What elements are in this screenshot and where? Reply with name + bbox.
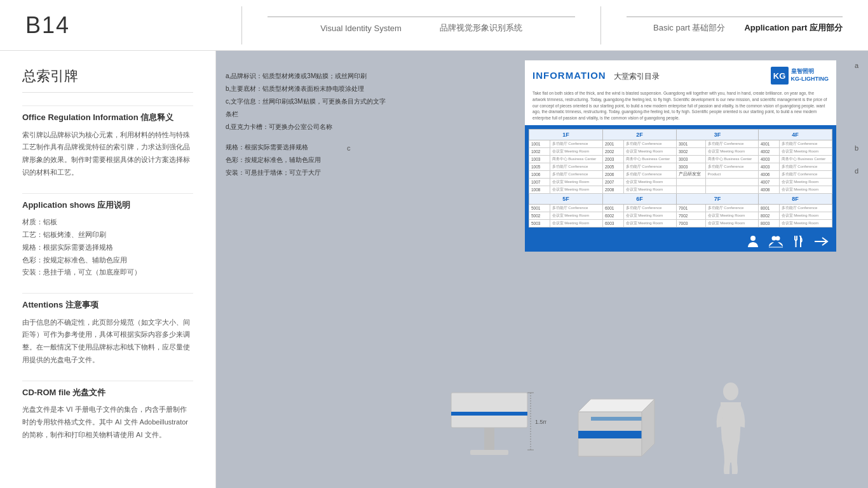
- table-cell-type: 多功能厅 Conference: [623, 204, 676, 212]
- table-cell-type: 会议室 Meeting Room: [779, 178, 832, 186]
- info-panel-header: INFORMATION 大堂索引目录 KG 皇智照明KG-LIGHTING: [525, 60, 836, 88]
- info-panel-footer: [525, 231, 836, 252]
- section-block-1: Office Regulation Information 信息释义 索引牌以品…: [22, 105, 193, 179]
- table-cell-type: 多功能厅 Conference: [550, 140, 602, 147]
- table-cell-num: 3003: [676, 163, 705, 170]
- header-right: Basic part 基础部分 Application part 应用部分: [601, 17, 843, 34]
- floor-header-6f: 6F: [602, 193, 676, 204]
- table-cell-type: [705, 178, 758, 186]
- table-cell-num: 2008: [602, 186, 623, 193]
- label-d: d: [855, 167, 858, 175]
- table-cell-type: 会议室 Meeting Room: [623, 186, 676, 193]
- right-panel: a,品牌标识：铝质型材烤漆或3M贴膜；或丝网印刷 b,主要底材：铝质型材烤漆表面…: [216, 51, 868, 488]
- arrow-right-icon: [815, 236, 829, 247]
- section-body-3: 由于信息的不确定性，此页部分规范（如文字大小、间距等）可作为参考使用，具体可根据…: [22, 316, 193, 367]
- info-panel-desc: Take flat on both sides of the thick, an…: [525, 88, 836, 125]
- table-cell-num: 5003: [529, 219, 550, 227]
- annotation-b: b,主要底材：铝质型材烤漆表面粉末静电喷涂处理: [226, 83, 391, 95]
- table-cell-num: 6003: [602, 219, 623, 227]
- isometric-diagram: [566, 386, 693, 475]
- annotation-a: a,品牌标识：铝质型材烤漆或3M贴膜；或丝网印刷: [226, 70, 391, 83]
- section-body-2: 材质：铝板 工艺：铝板烤漆、丝网印刷 规格：根据实际需要选择规格 色彩：按规定标…: [22, 216, 193, 279]
- floor-header-8f: 8F: [758, 193, 832, 204]
- table-cell-num: 3001: [676, 140, 705, 147]
- table-cell-num: 2007: [602, 178, 623, 186]
- header-right-divider: [627, 17, 843, 17]
- table-cell-num: 1001: [529, 140, 550, 147]
- table-cell-type: 商务中心 Business Center: [550, 155, 602, 163]
- header-left: B14: [25, 12, 241, 39]
- svg-rect-10: [484, 424, 494, 450]
- kg-logo-text: 皇智照明KG-LIGHTING: [791, 68, 829, 83]
- svg-marker-20: [578, 431, 642, 438]
- table-cell-type: 会议室 Meeting Room: [779, 186, 832, 193]
- svg-text:1.5m: 1.5m: [535, 419, 546, 425]
- table-cell-type: 多功能厅 Conference: [705, 163, 758, 170]
- svg-rect-12: [451, 412, 527, 416]
- table-cell-type: 多功能厅 Conference: [623, 163, 676, 170]
- floor-header-5f: 5F: [529, 193, 603, 204]
- floor-header-2f: 2F: [602, 129, 676, 140]
- table-cell-type: 多功能厅 Conference: [550, 170, 602, 178]
- table-cell-type: Product: [705, 170, 758, 178]
- table-cell-type: 商务中心 Business Center: [705, 155, 758, 163]
- basic-part-label: Basic part 基础部分: [653, 22, 725, 34]
- diagram-area: 1.5m: [432, 374, 750, 475]
- table-cell-type: 多功能厅 Conference: [623, 140, 676, 147]
- color-line: 色彩：按规定标准色，辅助色应用: [226, 154, 391, 166]
- table-cell-type: 会议室 Meeting Room: [705, 212, 758, 219]
- left-annotations: a,品牌标识：铝质型材烤漆或3M贴膜；或丝网印刷 b,主要底材：铝质型材烤漆表面…: [226, 70, 391, 179]
- table-cell-num: 2003: [602, 155, 623, 163]
- person-group-icon: [769, 235, 783, 248]
- table-cell-num: 4003: [758, 155, 779, 163]
- table-cell-num: 4008: [758, 186, 779, 193]
- table-cell-num: 1008: [529, 186, 550, 193]
- table-cell-type: 多功能厅 Conference: [779, 163, 832, 170]
- header-center: Visual Identity System 品牌视觉形象识别系统: [241, 6, 601, 44]
- table-cell-num: [676, 186, 705, 193]
- svg-point-1: [772, 236, 776, 240]
- table-cell-type: 会议室 Meeting Room: [779, 212, 832, 219]
- table-cell-num: 1007: [529, 178, 550, 186]
- table-cell-num: 7001: [676, 204, 705, 212]
- section-heading-1: Office Regulation Information 信息释义: [22, 111, 193, 124]
- fork-knife-icon: [793, 235, 804, 248]
- label-a: a: [855, 62, 858, 69]
- svg-rect-11: [451, 393, 527, 428]
- header: B14 Visual Identity System 品牌视觉形象识别系统 Ba…: [0, 0, 868, 51]
- info-panel-title-cn: 大堂索引目录: [614, 72, 660, 81]
- table-cell-num: [676, 178, 705, 186]
- label-b: b: [855, 144, 858, 152]
- table-cell-num: 5001: [529, 204, 550, 212]
- install-line: 安装：可悬挂于墙体；可立于大厅: [226, 166, 391, 179]
- table-cell-type: 多功能厅 Conference: [705, 140, 758, 147]
- table-cell-type: 会议室 Meeting Room: [550, 147, 602, 155]
- spec-line: 规格：根据实际需要选择规格: [226, 141, 391, 154]
- table-cell-type: 会议室 Meeting Room: [623, 212, 676, 219]
- info-panel-title-en: INFORMATION: [532, 70, 606, 81]
- table-cell-num: 3003: [676, 155, 705, 163]
- kg-logo-icon: KG: [771, 67, 789, 85]
- main-content: 总索引牌 Office Regulation Information 信息释义 …: [0, 51, 868, 488]
- info-panel-table-wrapper: 1F 2F 3F 4F 1001多功能厅 Conference2001多功能厅 …: [525, 125, 836, 231]
- info-table: 1F 2F 3F 4F 1001多功能厅 Conference2001多功能厅 …: [529, 129, 832, 227]
- page-number: B14: [25, 12, 70, 38]
- floor-header-3f: 3F: [676, 129, 758, 140]
- table-cell-type: 会议室 Meeting Room: [550, 219, 602, 227]
- vis-title-cn: 品牌视觉形象识别系统: [440, 22, 522, 34]
- table-cell-type: 商务中心 Business Center: [779, 155, 832, 163]
- header-right-text: Basic part 基础部分 Application part 应用部分: [653, 22, 843, 34]
- table-cell-num: 1003: [529, 155, 550, 163]
- table-cell-num: 6002: [602, 212, 623, 219]
- table-cell-num: 1002: [529, 147, 550, 155]
- header-top-divider: [268, 17, 575, 17]
- svg-point-2: [776, 236, 780, 240]
- table-cell-num: 7003: [676, 219, 705, 227]
- table-cell-type: [705, 186, 758, 193]
- section-block-2: Application shows 应用说明 材质：铝板 工艺：铝板烤漆、丝网印…: [22, 193, 193, 279]
- table-cell-num: 8002: [758, 212, 779, 219]
- svg-point-23: [723, 383, 738, 400]
- floor-header-1f: 1F: [529, 129, 603, 140]
- section-heading-3: Attentions 注意事项: [22, 299, 193, 311]
- table-cell-type: 会议室 Meeting Room: [779, 219, 832, 227]
